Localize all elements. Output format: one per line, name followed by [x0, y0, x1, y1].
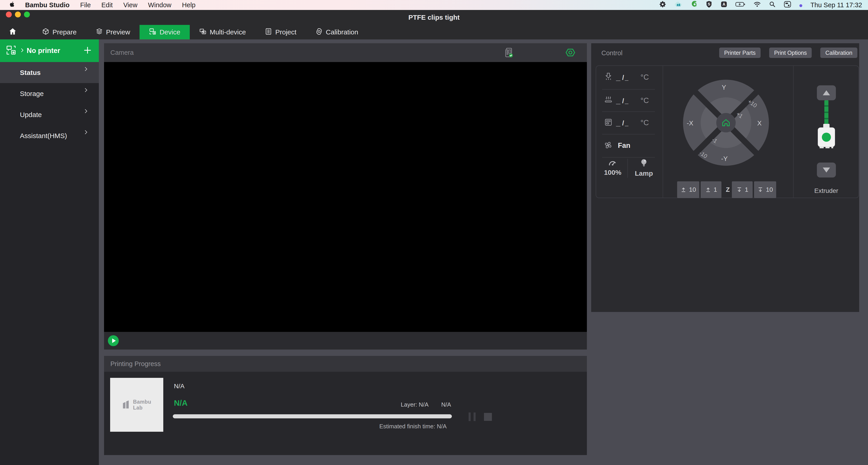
- tab-device-label: Device: [159, 28, 180, 36]
- triangle-down-icon: [823, 168, 830, 173]
- bed-temp-row[interactable]: _ / _ °C: [596, 89, 663, 112]
- filament-tube-graphic: [824, 100, 829, 126]
- tab-multi-device[interactable]: Multi-device: [190, 25, 255, 39]
- fan-speed-value: 100%: [598, 169, 627, 176]
- printing-progress-title: Printing Progress: [104, 356, 587, 372]
- project-icon: [265, 28, 272, 37]
- gauge-icon: [608, 158, 618, 167]
- multi-device-icon: [199, 28, 207, 37]
- tab-project[interactable]: Project: [255, 25, 306, 39]
- printing-progress-panel: Printing Progress Bambu Lab N/A N/A Laye…: [104, 356, 587, 455]
- sdcard-ok-icon[interactable]: [503, 47, 514, 59]
- progress-bar: [173, 414, 452, 418]
- layer-label: Layer: N/A: [401, 401, 429, 408]
- a-square-icon[interactable]: A: [720, 1, 727, 9]
- menu-window[interactable]: Window: [148, 1, 172, 9]
- menubar-clock[interactable]: Thu Sep 11 17:32: [811, 1, 862, 9]
- menu-view[interactable]: View: [123, 1, 137, 9]
- z-down-10-button[interactable]: 10: [754, 181, 776, 198]
- bed-target-temp[interactable]: _: [625, 98, 628, 105]
- chevron-right-icon: [83, 108, 89, 116]
- pause-icon: [469, 412, 471, 421]
- gear-badge-icon[interactable]: [659, 1, 666, 9]
- z-up-1-button[interactable]: 1: [701, 181, 721, 198]
- bed-current-temp: _: [616, 96, 620, 105]
- arrow-down-to-line-icon: [736, 186, 742, 193]
- nozzle-target-temp[interactable]: _: [625, 75, 628, 82]
- device-sidebar: No printer Status Storage Update Assista…: [0, 39, 99, 465]
- battery-charging-icon[interactable]: [736, 1, 745, 9]
- svg-text:A: A: [722, 2, 725, 6]
- fan-label: Fan: [618, 142, 630, 150]
- play-button[interactable]: [108, 335, 119, 346]
- menubar-app-name[interactable]: Bambu Studio: [25, 1, 70, 9]
- chamber-current-temp: _: [616, 118, 620, 127]
- menu-file[interactable]: File: [80, 1, 91, 9]
- z-down-1-button[interactable]: 1: [732, 181, 753, 198]
- printer-selector[interactable]: No printer: [0, 39, 99, 62]
- divider: [602, 157, 655, 157]
- lamp-control[interactable]: Lamp: [629, 158, 658, 177]
- print-file-name: N/A: [174, 383, 185, 390]
- chevron-right-icon: [20, 48, 25, 54]
- sidebar-item-label: Status: [20, 69, 41, 77]
- nozzle-temp-row[interactable]: _ / _ °C: [596, 66, 663, 89]
- tab-device[interactable]: Device: [140, 25, 190, 39]
- notification-dot: [799, 1, 802, 9]
- sidebar-item-label: Assistant(HMS): [20, 132, 67, 140]
- print-options-button[interactable]: Print Options: [769, 48, 812, 58]
- camera-header: Camera: [104, 43, 587, 62]
- temp-separator: /: [622, 119, 624, 127]
- fan-speed-control[interactable]: 100%: [598, 158, 627, 176]
- sidebar-item-update[interactable]: Update: [0, 104, 99, 125]
- printer-parts-button[interactable]: Printer Parts: [719, 48, 761, 58]
- print-status: N/A: [174, 399, 187, 407]
- tab-prepare[interactable]: Prepare: [33, 25, 86, 39]
- z-up-10-button[interactable]: 10: [677, 181, 699, 198]
- estimated-finish-time: Estimated finish time: N/A: [338, 423, 488, 430]
- menu-help[interactable]: Help: [182, 1, 196, 9]
- camera-settings-icon[interactable]: [565, 47, 576, 59]
- menu-edit[interactable]: Edit: [101, 1, 113, 9]
- chamber-icon: [604, 118, 613, 128]
- tab-preview-label: Preview: [106, 28, 130, 36]
- sidebar-item-status[interactable]: Status: [0, 62, 99, 83]
- divider: [793, 66, 794, 198]
- main-tabbar: Prepare Preview Device Multi-device Proj…: [0, 25, 868, 39]
- search-icon[interactable]: [769, 1, 776, 9]
- add-printer-button[interactable]: [83, 46, 92, 56]
- jog-y-minus-label: -Y: [721, 155, 728, 163]
- macos-menubar: Bambu Studio File Edit View Window Help …: [0, 0, 868, 10]
- sidebar-item-label: Update: [20, 111, 42, 119]
- extruder-feet-graphic: [819, 146, 833, 148]
- window-title: PTFE clips tight: [0, 10, 868, 25]
- sidebar-item-storage[interactable]: Storage: [0, 83, 99, 104]
- pause-button[interactable]: [469, 412, 478, 421]
- wifi-icon[interactable]: [753, 1, 761, 9]
- green-a-icon[interactable]: [691, 0, 698, 10]
- sidebar-item-assistant-hms[interactable]: Assistant(HMS): [0, 125, 99, 146]
- cloud-users-icon[interactable]: [674, 1, 683, 9]
- control-center-icon[interactable]: [784, 1, 791, 9]
- tab-preview[interactable]: Preview: [86, 25, 140, 39]
- stop-button[interactable]: [484, 413, 492, 421]
- tab-calibration[interactable]: Calibration: [306, 25, 368, 39]
- chevron-right-icon: [83, 87, 89, 95]
- tab-prepare-label: Prepare: [53, 28, 77, 36]
- calibration-button[interactable]: Calibration: [820, 48, 857, 58]
- shield-s-icon[interactable]: S: [706, 1, 712, 9]
- extruder-graphic: [818, 127, 835, 147]
- extrude-up-button[interactable]: [817, 85, 836, 100]
- chamber-target-temp[interactable]: _: [625, 120, 628, 127]
- home-tab[interactable]: [5, 27, 20, 37]
- apple-icon[interactable]: [9, 1, 14, 9]
- heatbed-icon: [604, 95, 613, 106]
- home-icon: [721, 118, 731, 128]
- chamber-temp-row[interactable]: _ / _ °C: [596, 111, 663, 134]
- prepare-cube-icon: [42, 28, 49, 37]
- tab-project-label: Project: [275, 28, 296, 36]
- temp-separator: /: [622, 74, 624, 82]
- home-axes-button[interactable]: [716, 113, 736, 133]
- extrude-down-button[interactable]: [817, 163, 836, 177]
- fan-row[interactable]: Fan: [596, 134, 663, 157]
